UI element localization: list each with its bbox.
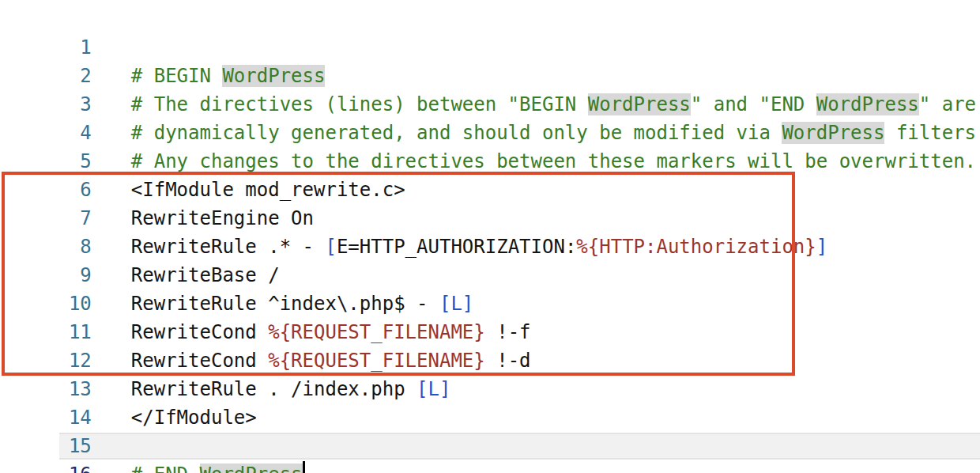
line-number[interactable]: 10 [46, 289, 92, 318]
code-segment: %{REQUEST_FILENAME} [268, 350, 485, 372]
code-segment: !-f [485, 321, 531, 343]
line-number[interactable]: 5 [46, 147, 92, 176]
highlighted-word: WordPress [782, 122, 884, 144]
line-number[interactable]: 8 [46, 233, 92, 261]
highlighted-word: WordPress [200, 464, 303, 473]
code-segment: !-d [485, 350, 531, 372]
code-segment: # BEGIN [131, 65, 223, 87]
code-segment: %{REQUEST_FILENAME} [268, 321, 485, 343]
code-segment: RewriteRule ^index\.php$ - [131, 293, 439, 315]
code-segment: RewriteRule . /index.php [131, 378, 416, 400]
line-content: # END WordPress [131, 460, 305, 473]
highlighted-word: WordPress [588, 93, 691, 115]
code-segment: # END [131, 464, 200, 473]
code-segment: <IfModule mod_rewrite.c> [131, 179, 405, 201]
line-number[interactable]: 4 [46, 119, 92, 147]
code-segment: RewriteCond [131, 350, 268, 372]
code-segment: RewriteRule .* - [131, 236, 326, 258]
line-content: RewriteRule .* - [E=HTTP_AUTHORIZATION:%… [131, 233, 827, 261]
line-number[interactable]: 16 [46, 460, 92, 473]
line-content: # dynamically generated, and should only… [131, 119, 980, 147]
code-segment: # Any changes to the directives between … [131, 150, 976, 172]
line-number[interactable]: 9 [46, 261, 92, 289]
line-content: </IfModule> [131, 403, 257, 432]
highlighted-word: WordPress [816, 93, 919, 115]
line-number[interactable]: 13 [46, 375, 92, 403]
current-line-highlight [59, 433, 980, 460]
code-segment: [ [325, 236, 336, 258]
code-segment: " are [919, 93, 976, 115]
code-segment: %{HTTP:Authorization} [576, 236, 816, 258]
line-content: RewriteCond %{REQUEST_FILENAME} !-f [131, 318, 531, 346]
code-line[interactable]: 2# BEGIN WordPress [0, 33, 980, 62]
code-segment: RewriteCond [131, 321, 268, 343]
highlighted-word: WordPress [222, 65, 325, 87]
line-content: RewriteCond %{REQUEST_FILENAME} !-d [131, 346, 531, 375]
line-content: RewriteEngine On [131, 204, 314, 233]
code-segment: [L] [439, 293, 473, 315]
line-content: RewriteBase / [131, 261, 280, 289]
line-number[interactable]: 12 [46, 346, 92, 375]
code-segment: [L] [416, 378, 450, 400]
code-segment: </IfModule> [131, 407, 257, 429]
line-number[interactable]: 14 [46, 403, 92, 432]
code-segment: " and "END [691, 93, 816, 115]
line-number[interactable]: 11 [46, 318, 92, 346]
line-content: <IfModule mod_rewrite.c> [131, 176, 405, 204]
line-content: # Any changes to the directives between … [131, 147, 976, 176]
text-cursor [303, 461, 305, 473]
code-segment: # The directives (lines) between "BEGIN [131, 93, 588, 115]
line-number[interactable]: 7 [46, 204, 92, 233]
code-segment: ] [816, 236, 827, 258]
code-segment: E=HTTP_AUTHORIZATION: [337, 236, 576, 258]
code-line[interactable]: 1 [0, 5, 980, 33]
line-number[interactable]: 2 [46, 62, 92, 90]
line-number[interactable]: 15 [46, 432, 92, 460]
line-number[interactable]: 1 [46, 33, 92, 62]
code-segment: RewriteBase / [131, 264, 280, 286]
line-number[interactable]: 3 [46, 90, 92, 119]
code-segment: RewriteEngine On [131, 207, 314, 229]
line-content: # The directives (lines) between "BEGIN … [131, 90, 976, 119]
code-segment: filters. [884, 122, 980, 144]
code-lines: 1 2# BEGIN WordPress 3# The directives (… [0, 5, 980, 460]
line-number[interactable]: 6 [46, 176, 92, 204]
code-segment: # dynamically generated, and should only… [131, 122, 782, 144]
line-content: # BEGIN WordPress [131, 62, 326, 90]
code-line[interactable]: 16# END WordPress [0, 432, 980, 460]
code-editor[interactable]: 1 2# BEGIN WordPress 3# The directives (… [0, 0, 980, 473]
line-content: RewriteRule ^index\.php$ - [L] [131, 289, 474, 318]
line-content: RewriteRule . /index.php [L] [131, 375, 451, 403]
